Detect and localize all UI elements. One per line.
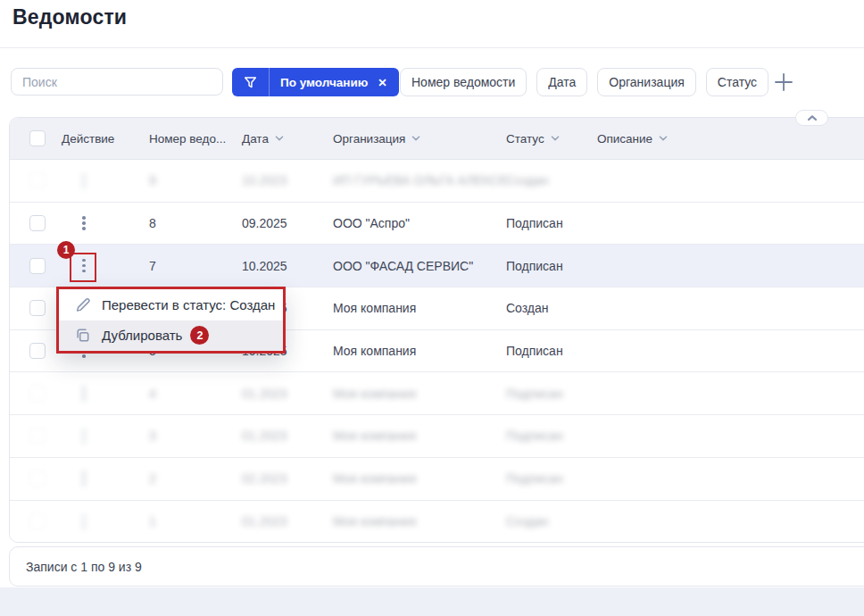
cell-date: 01.2023 — [242, 429, 287, 443]
cell-date: 10.2025 — [242, 259, 287, 273]
filter-button-2[interactable]: Организация — [597, 68, 695, 96]
row-checkbox[interactable] — [29, 172, 46, 188]
cell-number: 3 — [149, 429, 156, 443]
cell-org: Моя компания — [333, 344, 416, 358]
row-checkbox[interactable] — [29, 258, 46, 274]
cell-status: Подписан — [506, 216, 563, 230]
sort-chevron-icon[interactable] — [411, 136, 420, 141]
column-header-action: Действие — [54, 132, 140, 146]
page-background-strip — [0, 587, 864, 616]
row-checkbox[interactable] — [29, 513, 46, 529]
column-header-desc[interactable]: Описание — [588, 132, 695, 146]
cell-date: 09.2025 — [242, 216, 287, 230]
table-row: 809.2025ООО "Аспро"Подписан — [10, 203, 864, 246]
row-checkbox[interactable] — [29, 428, 46, 444]
active-filter-chip[interactable]: По умолчанию ✕ — [232, 68, 399, 96]
cell-number: 8 — [149, 216, 156, 230]
filter-buttons-group: Номер ведомостиДатаОрганизацияСтатус — [400, 68, 768, 96]
sort-chevron-icon[interactable] — [551, 136, 560, 141]
search-input[interactable] — [11, 68, 223, 96]
header-divider — [0, 47, 864, 48]
column-header-date[interactable]: Дата — [233, 132, 324, 146]
collapse-filters-button[interactable] — [795, 110, 828, 126]
annotation-step-2-badge: 2 — [190, 326, 209, 345]
add-filter-button[interactable] — [769, 68, 798, 96]
cell-org: Моя компания — [333, 514, 416, 529]
cell-status: Создан — [506, 514, 549, 529]
column-header-status[interactable]: Статус — [497, 132, 588, 146]
table-row: 301.2023Моя компанияПодписан — [10, 415, 864, 458]
cell-status: Создан — [506, 301, 549, 315]
row-checkbox[interactable] — [29, 300, 46, 316]
cell-number: 2 — [149, 471, 156, 486]
row-checkbox[interactable] — [29, 470, 46, 487]
table-row: 202.2023Моя компанияПодписан — [10, 458, 864, 501]
table-row: 401.2023Моя компанияПодписан — [10, 372, 864, 415]
row-checkbox[interactable] — [29, 215, 46, 231]
annotation-box-kebab — [70, 253, 96, 282]
row-checkbox[interactable] — [29, 386, 46, 402]
records-summary: Записи с 1 по 9 из 9 — [26, 560, 142, 574]
cell-date: 01.2023 — [242, 514, 287, 529]
cell-number: 9 — [149, 173, 156, 187]
row-actions-kebab-icon[interactable] — [79, 468, 89, 489]
pagination-card: Записи с 1 по 9 из 9 — [9, 546, 864, 587]
column-header-check — [10, 130, 54, 146]
column-header-number: Номер ведо... — [140, 132, 233, 146]
remove-filter-icon[interactable]: ✕ — [376, 76, 398, 89]
column-header-org[interactable]: Организация — [324, 132, 497, 146]
page-title: Ведомости — [12, 5, 127, 29]
cell-org: Моя компания — [333, 471, 416, 486]
cell-org: Моя компания — [333, 429, 416, 443]
row-actions-kebab-icon[interactable] — [79, 171, 89, 192]
row-actions-kebab-icon[interactable] — [79, 512, 89, 533]
cell-org: ООО "Аспро" — [333, 216, 410, 230]
cell-date: 01.2023 — [242, 387, 287, 401]
table-row: 710.2025ООО "ФАСАД СЕРВИС"Подписан — [10, 245, 864, 287]
row-actions-kebab-icon[interactable] — [79, 383, 89, 404]
context-menu-item-1[interactable]: Дублировать2 — [59, 320, 283, 352]
cell-date: 02.2023 — [242, 471, 287, 486]
active-filter-label: По умолчанию — [270, 76, 376, 89]
row-checkbox[interactable] — [29, 343, 46, 359]
cell-date: 10.2023 — [242, 173, 287, 187]
cell-status: Подписан — [506, 471, 563, 486]
sort-chevron-icon[interactable] — [659, 136, 668, 141]
context-menu-item-0[interactable]: Перевести в статус: Создан — [59, 289, 283, 320]
cell-org: Моя компания — [333, 387, 416, 401]
select-all-checkbox[interactable] — [29, 130, 46, 146]
table-header: ДействиеНомер ведо...ДатаОрганизацияСтат… — [10, 118, 864, 160]
cell-status: Создан — [506, 173, 549, 187]
chevron-up-icon — [807, 114, 818, 121]
cell-org: Моя компания — [333, 301, 416, 315]
filter-button-0[interactable]: Номер ведомости — [400, 68, 527, 96]
table-row: 101.2023Моя компанияСоздан — [10, 501, 864, 544]
cell-number: 1 — [149, 514, 156, 529]
filter-funnel-icon[interactable] — [232, 68, 270, 96]
table-row: 910.2023ИП ГУРЬЕВА ОЛЬГА АЛЕКСЕСоздан — [10, 160, 864, 203]
copy-icon — [75, 328, 91, 343]
cell-status: Подписан — [506, 344, 563, 358]
cell-status: Подписан — [506, 259, 563, 273]
cell-number: 7 — [149, 259, 156, 273]
cell-number: 4 — [149, 387, 156, 401]
row-actions-kebab-icon[interactable] — [79, 426, 89, 447]
annotation-step-1-badge: 1 — [57, 241, 75, 259]
filter-button-1[interactable]: Дата — [536, 68, 587, 96]
filter-button-3[interactable]: Статус — [706, 68, 768, 96]
cell-org: ИП ГУРЬЕВА ОЛЬГА АЛЕКСЕ — [333, 173, 507, 187]
row-context-menu: Перевести в статус: СозданДублировать2 — [56, 287, 286, 354]
sort-chevron-icon[interactable] — [275, 136, 284, 141]
cell-status: Подписан — [506, 387, 563, 401]
cell-status: Подписан — [506, 429, 563, 443]
row-actions-kebab-icon[interactable] — [79, 212, 89, 234]
cell-org: ООО "ФАСАД СЕРВИС" — [333, 259, 473, 273]
plus-icon — [774, 72, 793, 92]
pencil-icon — [75, 297, 91, 312]
